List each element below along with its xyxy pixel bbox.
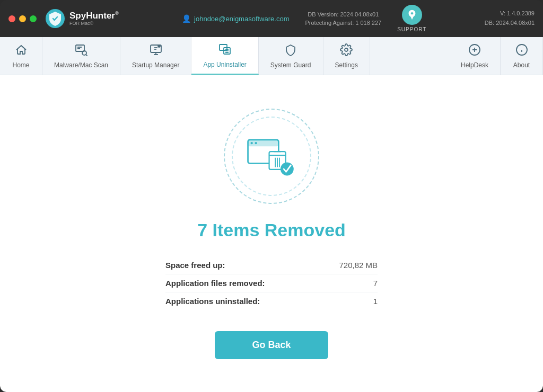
nav-label-uninstaller: App Uninstaller — [203, 61, 246, 68]
stat-value-space: 720,82 MB — [339, 261, 378, 270]
svg-point-27 — [255, 141, 257, 144]
close-button[interactable] — [8, 15, 15, 22]
nav-item-about[interactable]: About — [501, 37, 543, 75]
stats-table: Space freed up: 720,82 MB Application fi… — [165, 256, 378, 310]
version-info: V: 1.4.0.2389 DB: 2024.04.08x01 — [485, 9, 535, 28]
app-logo-icon — [45, 8, 65, 29]
nav-item-malware[interactable]: Malware/Mac Scan — [42, 37, 120, 75]
system-guard-icon — [284, 43, 297, 59]
user-info: 👤 johndoe@enigmasoftware.com — [182, 14, 289, 23]
support-button[interactable]: SUPPORT — [397, 5, 426, 32]
version-line2: DB: 2024.04.08x01 — [485, 19, 535, 28]
svg-point-34 — [281, 162, 294, 175]
nav-item-settings[interactable]: Settings — [323, 37, 370, 75]
user-email: johndoe@enigmasoftware.com — [194, 15, 289, 23]
nav-label-malware: Malware/Mac Scan — [54, 61, 108, 69]
svg-line-3 — [86, 55, 87, 56]
version-line1: V: 1.4.0.2389 — [485, 9, 535, 19]
support-label: SUPPORT — [397, 26, 426, 32]
nav-item-home[interactable]: Home — [0, 37, 42, 75]
db-info: DB Version: 2024.04.08x01 Protecting Aga… — [305, 10, 381, 28]
svg-point-26 — [250, 141, 252, 144]
svg-rect-1 — [76, 45, 84, 51]
db-version: DB Version: 2024.04.08x01 — [305, 10, 381, 19]
navbar: Home Malware/Mac Scan — [0, 37, 543, 75]
logo-registered: ® — [115, 11, 119, 16]
stat-row-files: Application files removed: 7 — [165, 274, 378, 292]
stat-label-space: Space freed up: — [165, 261, 225, 270]
result-title: 7 Items Removed — [197, 220, 346, 240]
uninstall-success-svg — [245, 135, 298, 177]
startup-manager-icon — [150, 43, 162, 59]
user-icon: 👤 — [182, 14, 191, 23]
nav-label-system-guard: System Guard — [270, 61, 311, 69]
traffic-lights — [8, 15, 37, 22]
stat-value-apps: 1 — [373, 297, 378, 306]
app-uninstaller-icon — [218, 43, 231, 59]
stat-label-files: Application files removed: — [165, 279, 265, 288]
nav-item-startup[interactable]: Startup Manager — [120, 37, 191, 75]
support-icon — [402, 5, 422, 25]
protecting-label: Protecting Against: 1 018 227 — [305, 19, 381, 28]
nav-item-helpdesk[interactable]: HelpDesk — [449, 37, 501, 75]
nav-item-system-guard[interactable]: System Guard — [259, 37, 323, 75]
nav-item-uninstaller[interactable]: App Uninstaller — [191, 37, 258, 75]
stat-row-apps: Applications uninstalled: 1 — [165, 292, 378, 310]
logo-text-area: SpyHunter® FOR Mac® — [69, 11, 119, 26]
svg-point-9 — [158, 45, 160, 47]
about-icon — [515, 43, 528, 59]
nav-label-home: Home — [12, 61, 29, 69]
main-content: 7 Items Removed Space freed up: 720,82 M… — [0, 75, 543, 392]
minimize-button[interactable] — [19, 15, 26, 22]
settings-icon — [340, 43, 353, 59]
nav-label-settings: Settings — [335, 61, 358, 69]
go-back-button[interactable]: Go Back — [215, 331, 328, 359]
logo-for-mac: FOR Mac® — [69, 21, 119, 26]
stat-row-space: Space freed up: 720,82 MB — [165, 256, 378, 274]
app-window: SpyHunter® FOR Mac® 👤 johndoe@enigmasoft… — [0, 0, 543, 392]
nav-label-about: About — [513, 61, 530, 69]
result-icon-container — [224, 109, 319, 204]
result-icon-inner — [232, 117, 311, 196]
titlebar-center: 👤 johndoe@enigmasoftware.com DB Version:… — [135, 5, 474, 32]
home-icon — [15, 43, 28, 59]
logo-name: SpyHunter — [69, 11, 115, 21]
nav-label-helpdesk: HelpDesk — [461, 61, 488, 69]
stat-label-apps: Applications uninstalled: — [165, 297, 260, 306]
helpdesk-icon — [468, 43, 481, 59]
maximize-button[interactable] — [30, 15, 37, 22]
nav-label-startup: Startup Manager — [132, 61, 179, 69]
stat-value-files: 7 — [373, 279, 378, 288]
svg-point-17 — [345, 48, 348, 51]
logo-area: SpyHunter® FOR Mac® — [45, 8, 119, 29]
malware-scan-icon — [75, 43, 87, 59]
titlebar: SpyHunter® FOR Mac® 👤 johndoe@enigmasoft… — [0, 0, 543, 37]
